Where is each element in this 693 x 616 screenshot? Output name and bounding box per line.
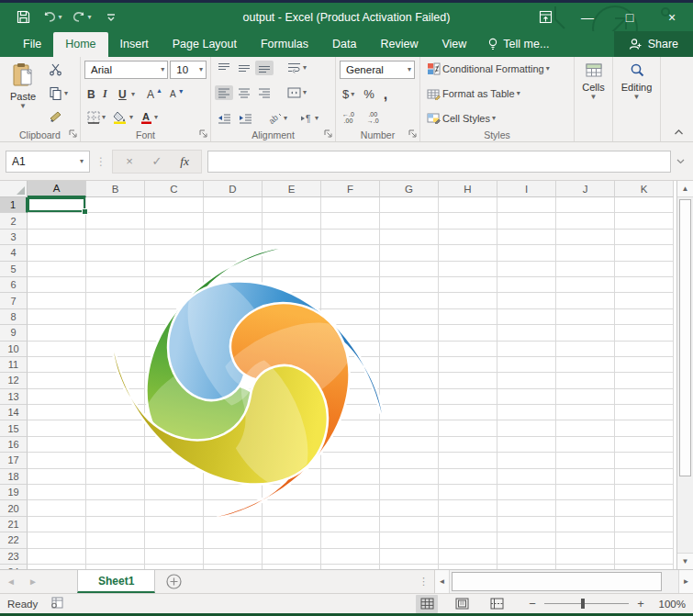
fill-color-dropdown-icon[interactable]: ▾ [129, 115, 133, 120]
zoom-out-button[interactable]: − [528, 597, 537, 610]
cell-H20[interactable] [439, 500, 497, 516]
cell-K16[interactable] [615, 437, 674, 453]
cell-H17[interactable] [439, 453, 497, 468]
add-sheet-button[interactable] [155, 570, 192, 593]
sheetbar-splitter[interactable]: ⋮ [413, 570, 434, 593]
column-header-G[interactable]: G [380, 181, 439, 197]
row-header-16[interactable]: 16 [0, 437, 28, 453]
cell-A6[interactable] [28, 277, 86, 293]
cell-E1[interactable] [263, 197, 321, 213]
sheet-nav-left-icon[interactable]: ◄ [0, 570, 22, 593]
cell-G2[interactable] [380, 213, 439, 229]
cell-A23[interactable] [28, 549, 86, 565]
borders-button[interactable]: ▾ [84, 109, 108, 126]
number-dialog-launcher[interactable] [408, 129, 417, 140]
row-header-2[interactable]: 2 [0, 213, 28, 229]
orientation-dropdown-icon[interactable]: ▾ [284, 116, 287, 121]
cell-H8[interactable] [439, 309, 497, 325]
cell-I9[interactable] [497, 325, 556, 341]
cell-K8[interactable] [615, 309, 674, 325]
decrease-decimal-button[interactable]: .00→.0 [364, 109, 382, 126]
cell-G24[interactable] [380, 565, 439, 569]
cell-A5[interactable] [28, 262, 86, 277]
cell-J8[interactable] [556, 309, 615, 325]
row-header-4[interactable]: 4 [0, 245, 28, 261]
font-size-combo[interactable]: 10 ▾ [170, 61, 207, 79]
name-box-dropdown-icon[interactable]: ▾ [80, 159, 84, 164]
scroll-down-button[interactable]: ▼ [677, 553, 693, 569]
cell-K1[interactable] [615, 197, 674, 213]
view-page-layout-button[interactable] [451, 595, 473, 613]
view-normal-button[interactable] [416, 595, 438, 613]
vertical-scroll-thumb[interactable] [679, 199, 691, 476]
cell-K17[interactable] [615, 453, 674, 468]
wrap-text-button[interactable]: ▾ [285, 61, 309, 75]
cell-A13[interactable] [28, 389, 86, 405]
cell-H18[interactable] [439, 469, 497, 485]
cell-A22[interactable] [28, 532, 86, 548]
cell-H24[interactable] [439, 565, 497, 569]
row-header-19[interactable]: 19 [0, 485, 28, 500]
font-dialog-launcher[interactable] [199, 129, 207, 140]
cell-K12[interactable] [615, 373, 674, 388]
cell-D22[interactable] [204, 532, 263, 548]
row-header-12[interactable]: 12 [0, 373, 28, 388]
clipboard-dialog-launcher[interactable] [69, 129, 77, 140]
cell-I12[interactable] [497, 373, 556, 388]
wrap-text-dropdown-icon[interactable]: ▾ [303, 65, 307, 71]
cancel-button[interactable]: × [117, 151, 142, 172]
cell-A21[interactable] [28, 517, 86, 532]
cell-B2[interactable] [86, 213, 145, 229]
cell-C24[interactable] [145, 565, 204, 569]
cell-I5[interactable] [497, 262, 556, 277]
tab-review[interactable]: Review [368, 32, 430, 57]
row-header-17[interactable]: 17 [0, 453, 28, 468]
editing-dropdown-icon[interactable]: ▼ [633, 95, 641, 100]
cell-G12[interactable] [380, 373, 439, 388]
cell-H22[interactable] [439, 532, 497, 548]
tab-file[interactable]: File [11, 32, 53, 57]
fill-color-button[interactable]: ▾ [110, 109, 136, 126]
decrease-font-size-button[interactable]: A▼ [167, 87, 187, 101]
cell-I22[interactable] [497, 532, 556, 548]
row-header-9[interactable]: 9 [0, 325, 28, 341]
borders-dropdown-icon[interactable]: ▾ [102, 115, 106, 120]
font-size-dropdown-icon[interactable]: ▾ [199, 67, 203, 73]
increase-decimal-button[interactable]: ←.0.00 [340, 109, 357, 126]
alignment-dialog-launcher[interactable] [324, 129, 332, 140]
cell-J10[interactable] [556, 342, 615, 357]
underline-button[interactable]: U [116, 86, 129, 103]
cell-G21[interactable] [380, 517, 439, 532]
cell-H6[interactable] [439, 277, 497, 293]
cell-B22[interactable] [86, 532, 145, 548]
cell-J22[interactable] [556, 532, 615, 548]
cell-G3[interactable] [380, 230, 439, 245]
column-header-C[interactable]: C [145, 181, 204, 197]
cell-H4[interactable] [439, 245, 497, 261]
cell-I3[interactable] [497, 230, 556, 245]
cell-H19[interactable] [439, 485, 497, 500]
cell-A15[interactable] [28, 420, 86, 436]
font-name-dropdown-icon[interactable]: ▾ [161, 67, 164, 73]
zoom-in-button[interactable]: + [636, 597, 645, 610]
cell-E23[interactable] [263, 549, 321, 565]
row-header-13[interactable]: 13 [0, 389, 28, 405]
cell-K9[interactable] [615, 325, 674, 341]
cell-J24[interactable] [556, 565, 615, 569]
align-right-button[interactable] [255, 85, 274, 100]
vertical-scrollbar[interactable]: ▲ ▼ [676, 181, 693, 569]
orientation-button[interactable]: ab▾ [266, 110, 290, 126]
cell-E22[interactable] [263, 532, 321, 548]
cell-H21[interactable] [439, 517, 497, 532]
cell-G19[interactable] [380, 485, 439, 500]
column-header-D[interactable]: D [204, 181, 263, 197]
conditional-formatting-dropdown-icon[interactable]: ▾ [546, 66, 550, 72]
cell-A17[interactable] [28, 453, 86, 468]
font-name-combo[interactable]: Arial ▾ [84, 61, 168, 79]
cell-K23[interactable] [615, 549, 674, 565]
minimize-button[interactable]: — [566, 4, 609, 30]
row-header-8[interactable]: 8 [0, 309, 28, 325]
cell-F22[interactable] [321, 532, 380, 548]
cell-G13[interactable] [380, 389, 439, 405]
cell-H5[interactable] [439, 262, 497, 277]
